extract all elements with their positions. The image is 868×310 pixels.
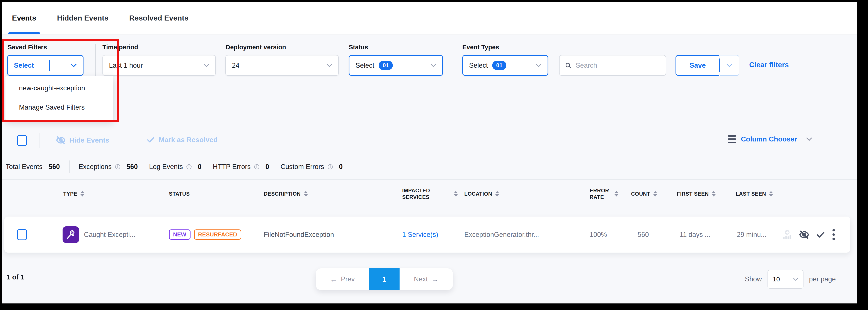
info-icon[interactable] <box>327 164 333 170</box>
column-header-location[interactable]: LOCATION <box>458 185 569 203</box>
page-size-select[interactable]: 10 <box>768 270 804 289</box>
time-period-label: Time period <box>102 44 138 51</box>
prev-page-button[interactable]: ← Prev <box>316 268 369 290</box>
divider <box>49 60 50 71</box>
clear-filters-button[interactable]: Clear filters <box>749 61 789 69</box>
column-label: TYPE <box>63 191 78 197</box>
save-button[interactable]: Save <box>676 55 719 76</box>
cell-error-rate: 100% <box>569 231 626 238</box>
deployment-version-select[interactable]: 24 <box>225 55 339 76</box>
cell-status: NEW RESURFACED <box>155 229 255 240</box>
sort-icon[interactable] <box>653 191 657 196</box>
prev-label: Prev <box>341 275 355 283</box>
info-icon[interactable] <box>186 164 192 170</box>
status-select[interactable]: Select 01 <box>349 55 443 76</box>
page-size-control: Show 10 per page <box>745 270 836 289</box>
error-rate-text: 100% <box>590 231 607 238</box>
save-options-button[interactable] <box>720 55 739 76</box>
page-size-value: 10 <box>773 276 780 283</box>
cell-first-seen: 11 days ... <box>669 231 728 238</box>
menu-item-manage-saved-filters[interactable]: Manage Saved Filters <box>5 98 113 117</box>
row-checkbox[interactable] <box>17 229 27 240</box>
stats-bar: Total Events 560 Exceptions 560 Log Even… <box>6 161 354 173</box>
time-period-select[interactable]: Last 1 hour <box>102 55 216 76</box>
sort-icon[interactable] <box>495 191 499 196</box>
cell-count: 560 <box>626 231 669 238</box>
table-row: Caught Excepti... NEW RESURFACED FileNot… <box>4 217 850 253</box>
hamburger-icon <box>728 135 736 143</box>
info-icon[interactable] <box>115 164 121 170</box>
column-label: IMPACTED SERVICES <box>402 187 451 200</box>
status-value: Select <box>355 62 374 69</box>
cell-actions <box>781 228 850 241</box>
sort-icon[interactable] <box>615 191 618 196</box>
tab-hidden-events[interactable]: Hidden Events <box>57 2 108 34</box>
column-header-count[interactable]: COUNT <box>626 185 669 203</box>
menu-item-new-caught-exception[interactable]: new-caught-exception <box>5 79 113 98</box>
divider <box>39 133 39 148</box>
location-text: ExceptionGenerator.thr... <box>464 231 539 238</box>
per-page-label: per page <box>809 275 836 283</box>
pager: ← Prev 1 Next → <box>316 268 453 290</box>
column-header-type[interactable]: TYPE <box>48 185 155 203</box>
count-text: 560 <box>638 231 649 238</box>
resolve-check-icon[interactable] <box>815 230 826 240</box>
sort-icon[interactable] <box>769 191 773 196</box>
sort-icon[interactable] <box>712 191 716 196</box>
column-header-first-seen[interactable]: FIRST SEEN <box>669 185 728 203</box>
event-types-select[interactable]: Select 01 <box>462 55 548 76</box>
column-label: ERROR RATE <box>590 187 612 200</box>
column-header-last-seen[interactable]: LAST SEEN <box>728 185 781 203</box>
column-label: STATUS <box>169 191 190 197</box>
header-checkbox-spacer <box>4 185 48 203</box>
column-label: FIRST SEEN <box>677 191 709 197</box>
search-icon <box>565 62 572 69</box>
tab-resolved-events[interactable]: Resolved Events <box>129 2 189 34</box>
mark-resolved-label: Mark as Resolved <box>159 136 218 144</box>
hide-event-icon[interactable] <box>799 229 809 240</box>
chevron-down-icon <box>327 64 332 67</box>
event-types-label: Event Types <box>462 44 499 51</box>
info-icon[interactable] <box>254 164 260 170</box>
impacted-services-link[interactable]: 1 Service(s) <box>402 231 438 238</box>
select-all-checkbox[interactable] <box>17 135 27 146</box>
next-page-button[interactable]: Next → <box>400 268 453 290</box>
column-label: LOCATION <box>464 191 492 197</box>
events-content: Saved Filters Time period Deployment ver… <box>2 35 857 304</box>
add-chart-icon[interactable] <box>781 229 793 241</box>
divider <box>69 161 69 173</box>
deployment-version-label: Deployment version <box>226 44 286 51</box>
tab-bar: Events Hidden Events Resolved Events <box>2 2 857 34</box>
column-label: DESCRIPTION <box>264 191 301 197</box>
column-chooser-button[interactable]: Column Chooser <box>728 135 812 143</box>
header-actions-spacer <box>781 185 850 203</box>
page-number-button[interactable]: 1 <box>369 268 400 290</box>
arrow-right-icon: → <box>431 276 439 283</box>
sort-icon[interactable] <box>304 191 308 196</box>
cell-location: ExceptionGenerator.thr... <box>458 231 569 238</box>
mark-resolved-button[interactable]: Mark as Resolved <box>146 135 218 144</box>
divider <box>2 179 857 180</box>
column-header-error-rate[interactable]: ERROR RATE <box>569 185 626 203</box>
saved-filters-select[interactable]: Select <box>7 55 84 76</box>
saved-filters-value: Select <box>14 62 34 69</box>
hide-events-button[interactable]: Hide Events <box>56 135 109 145</box>
http-errors-label: HTTP Errors <box>213 163 250 171</box>
column-header-impacted-services[interactable]: IMPACTED SERVICES <box>392 185 458 203</box>
table-header: TYPE STATUS DESCRIPTION IMPACTED SERVICE… <box>4 185 850 203</box>
caught-exception-icon <box>63 226 79 243</box>
log-events-value: 0 <box>198 163 202 171</box>
divider <box>95 44 96 76</box>
saved-filters-menu: new-caught-exception Manage Saved Filter… <box>5 76 113 120</box>
total-events-value: 560 <box>49 163 60 171</box>
sort-icon[interactable] <box>454 191 458 196</box>
sort-icon[interactable] <box>81 191 84 196</box>
column-header-description[interactable]: DESCRIPTION <box>255 185 392 203</box>
http-errors-value: 0 <box>266 163 269 171</box>
status-count-badge: 01 <box>379 61 393 70</box>
column-chooser-label: Column Chooser <box>741 135 797 143</box>
search-input[interactable] <box>576 62 660 69</box>
time-period-value: Last 1 hour <box>109 62 143 69</box>
row-menu-icon[interactable] <box>832 228 836 241</box>
tab-events[interactable]: Events <box>12 2 36 34</box>
